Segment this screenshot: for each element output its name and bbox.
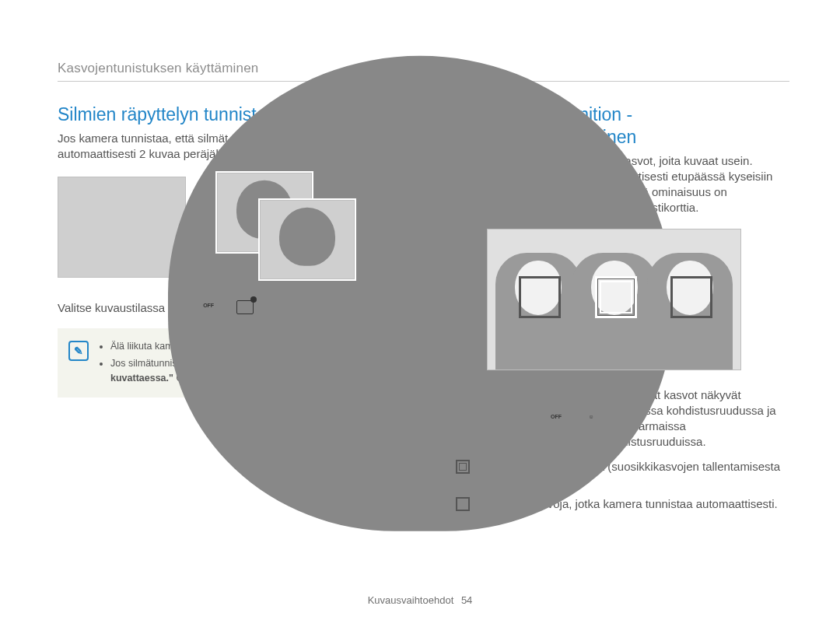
face-detect-off-icon: OFF <box>201 301 215 313</box>
blink-detection-icon <box>236 300 254 314</box>
page-number: 54 <box>461 594 472 606</box>
content-columns: Silmien räpyttelyn tunnistaminen Jos kam… <box>58 103 789 517</box>
favorite-face-frame-icon <box>456 460 470 474</box>
left-column: Silmien räpyttelyn tunnistaminen Jos kam… <box>58 103 400 517</box>
focus-frame-gray-icon <box>670 276 712 318</box>
face-detect-off-icon: OFF <box>549 412 563 425</box>
footer-section: Kuvausvaihtoehdot <box>368 594 454 606</box>
blink-illustration-row <box>58 173 400 282</box>
page-footer: Kuvausvaihtoehdot 54 <box>0 594 840 606</box>
smart-face-illustration <box>487 229 741 370</box>
recognized-face-frame-icon <box>456 497 470 511</box>
focus-frame-gray-icon <box>519 276 561 318</box>
left-select-prefix: Valitse kuvaustilassa <box>58 301 165 314</box>
note-icon: ✎ <box>68 341 89 361</box>
blink-illustration-before <box>58 177 186 278</box>
focus-frame-white-double-icon <box>595 276 637 318</box>
manual-page: Kasvojentunistuksen käyttäminen Silmien … <box>0 0 840 634</box>
smart-face-icon: ☺ <box>584 412 598 425</box>
blink-illustration-after <box>217 173 369 282</box>
